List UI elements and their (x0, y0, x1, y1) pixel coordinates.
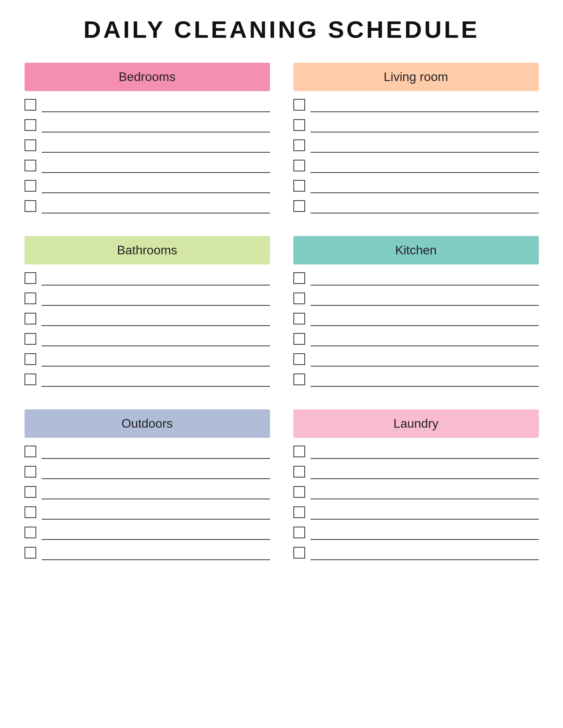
list-item (293, 446, 539, 459)
checklist-line (311, 356, 539, 367)
page-title: DAILY CLEANING SCHEDULE (25, 16, 539, 43)
checklist-line (311, 122, 539, 132)
checklist-line (42, 356, 270, 367)
checklist-line (42, 122, 270, 132)
list-item (25, 333, 270, 346)
list-item (293, 200, 539, 213)
list-item (293, 527, 539, 540)
checkbox[interactable] (293, 527, 305, 538)
checklist-line (311, 275, 539, 286)
checkbox[interactable] (25, 180, 36, 192)
checkbox[interactable] (293, 506, 305, 518)
list-item (293, 353, 539, 367)
section-bathrooms: Bathrooms (25, 236, 270, 394)
list-item (293, 466, 539, 479)
checklist-line (311, 509, 539, 520)
list-item (293, 99, 539, 112)
checklist-line (311, 529, 539, 540)
checkbox[interactable] (25, 160, 36, 171)
checkbox[interactable] (293, 547, 305, 559)
checklist-line (311, 162, 539, 173)
checkbox[interactable] (25, 486, 36, 498)
checklist-line (311, 335, 539, 346)
checklist-line (42, 448, 270, 459)
checklist-line (311, 142, 539, 153)
sections-grid: BedroomsLiving roomBathroomsKitchenOutdo… (25, 63, 539, 567)
section-living-room: Living room (293, 63, 539, 220)
list-item (293, 313, 539, 326)
list-item (293, 506, 539, 520)
checkbox[interactable] (25, 506, 36, 518)
checkbox[interactable] (293, 139, 305, 151)
section-kitchen: Kitchen (293, 236, 539, 394)
checklist-line (311, 295, 539, 306)
list-item (293, 272, 539, 286)
section-header-bedrooms: Bedrooms (25, 63, 270, 91)
checklist-line (311, 488, 539, 499)
checklist-line (311, 468, 539, 479)
list-item (25, 353, 270, 367)
list-item (293, 293, 539, 306)
checkbox[interactable] (293, 272, 305, 284)
checkbox[interactable] (293, 293, 305, 304)
checklist-line (42, 142, 270, 153)
checkbox[interactable] (25, 333, 36, 345)
list-item (25, 119, 270, 132)
checkbox[interactable] (25, 313, 36, 324)
list-item (293, 486, 539, 499)
checklist-line (42, 529, 270, 540)
checklist-line (42, 315, 270, 326)
checkbox[interactable] (293, 180, 305, 192)
checklist-line (42, 275, 270, 286)
section-header-bathrooms: Bathrooms (25, 236, 270, 264)
checkbox[interactable] (293, 333, 305, 345)
list-item (25, 506, 270, 520)
checkbox[interactable] (25, 527, 36, 538)
checkbox[interactable] (293, 99, 305, 111)
list-item (293, 547, 539, 560)
checkbox[interactable] (293, 374, 305, 385)
section-outdoors: Outdoors (25, 409, 270, 567)
checklist-line (311, 203, 539, 213)
section-header-outdoors: Outdoors (25, 409, 270, 438)
checkbox[interactable] (293, 200, 305, 212)
list-item (25, 139, 270, 153)
checkbox[interactable] (25, 139, 36, 151)
checkbox[interactable] (293, 353, 305, 365)
checkbox[interactable] (25, 547, 36, 559)
list-item (293, 374, 539, 387)
checkbox[interactable] (25, 200, 36, 212)
checkbox[interactable] (25, 272, 36, 284)
checkbox[interactable] (293, 486, 305, 498)
checkbox[interactable] (25, 374, 36, 385)
list-item (25, 160, 270, 173)
list-item (293, 139, 539, 153)
checklist-line (311, 182, 539, 193)
checklist-line (311, 448, 539, 459)
list-item (25, 293, 270, 306)
checkbox[interactable] (25, 293, 36, 304)
checkbox[interactable] (25, 119, 36, 131)
checklist-line (311, 101, 539, 112)
checkbox[interactable] (25, 99, 36, 111)
checklist-line (311, 549, 539, 560)
page: DAILY CLEANING SCHEDULE BedroomsLiving r… (25, 16, 539, 567)
checklist-line (42, 488, 270, 499)
checklist-line (311, 315, 539, 326)
checkbox[interactable] (25, 466, 36, 478)
checklist-line (42, 509, 270, 520)
checkbox[interactable] (25, 353, 36, 365)
list-item (25, 272, 270, 286)
checkbox[interactable] (293, 160, 305, 171)
checkbox[interactable] (293, 466, 305, 478)
list-item (25, 486, 270, 499)
checklist-line (42, 549, 270, 560)
checkbox[interactable] (293, 313, 305, 324)
checkbox[interactable] (293, 446, 305, 457)
checkbox[interactable] (25, 446, 36, 457)
checkbox[interactable] (293, 119, 305, 131)
checklist-line (42, 162, 270, 173)
list-item (25, 374, 270, 387)
section-laundry: Laundry (293, 409, 539, 567)
checklist-line (42, 101, 270, 112)
